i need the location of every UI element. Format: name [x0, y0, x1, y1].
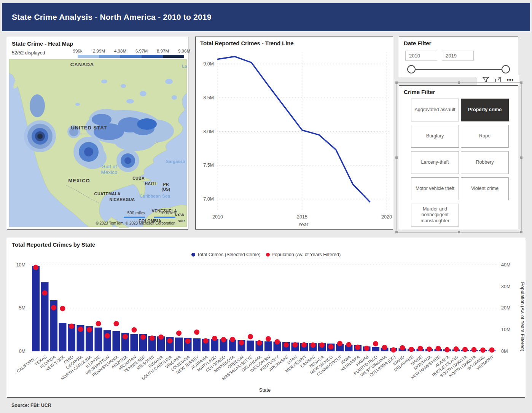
population-dot-indiana[interactable]: [158, 335, 164, 340]
population-dot-idaho[interactable]: [400, 345, 405, 351]
crime-filter-option-aggravated-assault[interactable]: Aggravated assault: [411, 99, 459, 121]
population-dot-massachusetts[interactable]: [248, 334, 253, 339]
population-dot-kansas[interactable]: [311, 343, 316, 348]
population-dot-montana[interactable]: [427, 346, 432, 352]
population-dot-connecticut[interactable]: [337, 341, 342, 346]
population-dot-maryland[interactable]: [212, 336, 217, 341]
bar-new-jersey[interactable]: [193, 338, 201, 351]
population-dot-new-york[interactable]: [60, 306, 65, 311]
population-dot-arizona[interactable]: [123, 334, 128, 339]
crime-filter-option-robbery[interactable]: Robbery: [461, 151, 509, 174]
population-dot-vermont[interactable]: [489, 347, 495, 352]
crime-filter-option-burglary[interactable]: Burglary: [411, 125, 459, 148]
bar-californ-[interactable]: [32, 266, 40, 351]
crime-filter-option-motor-vehicle-theft[interactable]: Motor vehicle theft: [411, 177, 459, 200]
population-dot-colorado[interactable]: [221, 337, 226, 342]
population-dot-louisiana[interactable]: [185, 338, 191, 344]
map-label-united-stat: UNITED STAT: [71, 125, 107, 131]
bar-chart[interactable]: 0M5M10M0M10M20M30M40MPopulation (Av. of …: [7, 260, 525, 397]
right-y-tick: 0M: [501, 349, 508, 354]
population-dot-alaska[interactable]: [444, 347, 450, 352]
population-dot-hawaii[interactable]: [364, 346, 370, 351]
population-dot-illinois[interactable]: [96, 321, 101, 326]
heat-blob: [137, 118, 157, 130]
population-dot-pennsylvania[interactable]: [114, 321, 119, 326]
population-dot-kentucky[interactable]: [275, 339, 280, 344]
population-dot-tennessee[interactable]: [140, 335, 146, 340]
population-dot-arkansas[interactable]: [284, 342, 289, 348]
date-slider-handle-end[interactable]: [502, 65, 510, 73]
bar-michigan[interactable]: [131, 334, 138, 351]
map-attribution: © 2023 TomTom, © 2023 Microsoft Corporat…: [96, 221, 175, 225]
crime-filter-option-murder-and-nonnegligent-manslaughter[interactable]: Murder and nonnegligent manslaughter: [411, 204, 459, 226]
population-dot-iowa[interactable]: [346, 342, 352, 347]
legend-item[interactable]: Total Crimes (Selected Crime): [191, 252, 261, 257]
population-dot-maine[interactable]: [418, 346, 423, 351]
y-tick: 8.0M: [203, 129, 214, 134]
more-options-icon[interactable]: •••: [507, 78, 514, 82]
population-dot-puerto-rico[interactable]: [373, 341, 378, 346]
population-dot-californ-[interactable]: [33, 265, 38, 270]
population-dot-wisconsin[interactable]: [266, 336, 271, 341]
map-label-sur: SUR: [177, 219, 185, 223]
population-dot-georgia[interactable]: [78, 327, 83, 332]
date-slider-handle-start[interactable]: [407, 65, 416, 73]
population-dot-north-dakota[interactable]: [471, 347, 477, 352]
population-dot-nevada[interactable]: [319, 343, 325, 348]
x-tick: 2010: [212, 214, 223, 220]
population-dot-missouri[interactable]: [150, 335, 155, 341]
population-dot-michigan[interactable]: [132, 327, 137, 333]
trend-line-series[interactable]: [218, 56, 370, 202]
population-dot-alabama[interactable]: [203, 338, 209, 343]
right-y-tick: 40M: [501, 262, 510, 268]
date-slider-track[interactable]: [411, 69, 507, 70]
population-dot-minnesota[interactable]: [230, 337, 235, 342]
heat-legend-segment: [99, 55, 120, 58]
trend-line-chart[interactable]: 9.0M8.5M8.0M7.5M7.0M201020152020Year: [196, 47, 393, 230]
crime-filter-option-larceny-theft[interactable]: Larceny-theft: [411, 151, 459, 174]
bar-massachusetts[interactable]: [247, 341, 254, 351]
heat-map-canvas[interactable]: CANADAUNITED STATMEXICOGulf ofMexicoCUBA…: [9, 59, 187, 228]
population-dot-columbia-dc-[interactable]: [391, 347, 396, 352]
population-dot-nebraska[interactable]: [355, 344, 360, 350]
date-start-input[interactable]: [405, 51, 437, 61]
map-label-haiti: HAITI: [145, 181, 156, 186]
population-dot-rhode-island[interactable]: [454, 346, 459, 352]
population-dot-wyoming[interactable]: [480, 348, 486, 353]
population-dot-florida[interactable]: [51, 305, 56, 310]
crime-filter-option-violent-crime[interactable]: Violent crime: [461, 177, 509, 200]
date-end-input[interactable]: [442, 51, 474, 61]
source-note: Source: FBI: UCR: [11, 403, 51, 408]
population-dot-west-virginia[interactable]: [382, 345, 387, 350]
population-dot-texas[interactable]: [42, 290, 48, 296]
bar-puerto-rico[interactable]: [372, 347, 379, 351]
bar-new-york[interactable]: [59, 323, 67, 351]
population-dot-oregon[interactable]: [239, 340, 244, 345]
population-dot-south-dakota[interactable]: [462, 347, 468, 352]
population-dot-south-carolina[interactable]: [167, 338, 173, 343]
population-dot-new-jersey[interactable]: [194, 329, 199, 335]
crime-filter-option-property-crime[interactable]: Property crime: [461, 99, 509, 121]
population-dot-north-carolina[interactable]: [87, 327, 92, 332]
bar-illinois[interactable]: [95, 328, 102, 351]
population-dot-delaware[interactable]: [409, 347, 414, 352]
population-dot-ohio[interactable]: [69, 324, 74, 329]
crime-filter-option-rape[interactable]: Rape: [461, 125, 509, 148]
legend-item[interactable]: Population (Av. of Years Filtered): [266, 252, 341, 257]
population-dot-washington[interactable]: [105, 333, 110, 338]
population-dot-new-mexico[interactable]: [328, 344, 334, 349]
bar-pennsylvania[interactable]: [113, 331, 120, 351]
population-dot-virginia[interactable]: [176, 330, 182, 336]
bar-wisconsin[interactable]: [264, 341, 272, 351]
bar-virginia[interactable]: [175, 338, 183, 351]
map-label-pr: PR: [163, 182, 169, 187]
dashboard-header: State Crime Analysis - North America - 2…: [2, 3, 530, 31]
population-dot-oklahoma[interactable]: [257, 340, 262, 346]
x-tick: 2020: [381, 214, 392, 220]
population-dot-new-hampshire[interactable]: [436, 346, 441, 351]
population-dot-utah[interactable]: [293, 342, 298, 348]
heat-legend-label: 8.97M: [157, 49, 169, 53]
population-dot-mississippi[interactable]: [301, 342, 307, 348]
map-label-nicaragua: NICARAGUA: [110, 197, 135, 202]
left-y-tick: 5M: [19, 305, 25, 311]
